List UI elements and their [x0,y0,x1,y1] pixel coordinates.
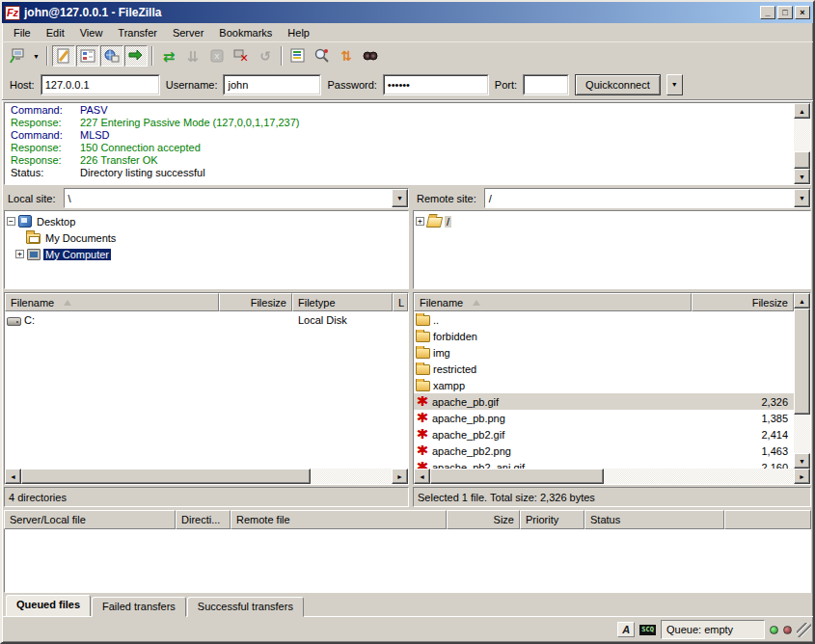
menu-transfer[interactable]: Transfer [110,25,165,40]
queue-column-remote-file[interactable]: Remote file [231,510,447,529]
remote-vertical-scrollbar[interactable]: ▲ ▼ [794,293,810,469]
scroll-down-icon[interactable]: ▼ [794,169,810,184]
menu-view[interactable]: View [72,25,111,40]
scroll-thumb[interactable] [794,151,810,169]
expand-icon[interactable]: + [15,250,24,258]
menu-file[interactable]: File [6,25,39,40]
log-scrollbar[interactable]: ▲ ▼ [794,103,810,184]
maximize-button[interactable]: □ [777,6,793,19]
remote-file-row[interactable]: .. [414,311,794,328]
minimize-button[interactable]: _ [760,6,775,19]
disconnect-icon[interactable]: ✕ [230,45,253,67]
synchronized-browsing-icon[interactable]: ⇅ [335,45,358,67]
queue-column-direction[interactable]: Directi... [176,510,231,529]
remote-file-row[interactable]: forbidden [414,328,794,344]
tab-successful-transfers[interactable]: Successful transfers [187,597,304,617]
toolbar-separator [281,46,283,66]
filezilla-window: Fz john@127.0.0.1 - FileZilla _ □ × File… [0,0,815,644]
host-input[interactable] [42,76,158,94]
toggle-transfer-queue-icon[interactable] [124,45,148,67]
chevron-down-icon[interactable]: ▼ [392,189,408,207]
quickconnect-button[interactable]: Quickconnect [575,74,661,95]
site-manager-icon[interactable] [6,45,29,67]
queue-column-server-local-file[interactable]: Server/Local file [4,510,176,529]
remote-file-row[interactable]: restricted [414,361,794,377]
speed-limit-badge-icon[interactable]: SCQ [639,625,656,635]
site-manager-dropdown-icon[interactable]: ▼ [30,45,42,67]
reconnect-icon[interactable]: ↺ [254,45,277,67]
remote-horizontal-scrollbar[interactable]: ◄ ► [414,469,810,484]
directory-filter-icon[interactable] [286,45,310,67]
queue-column-status[interactable]: Status [584,510,724,529]
toggle-local-tree-icon[interactable] [76,45,99,67]
remote-file-row[interactable]: ✱apache_pb2.png1,463 [414,443,794,459]
close-button[interactable]: × [795,6,810,19]
quickconnect-dropdown-icon[interactable]: ▼ [666,74,683,95]
port-input[interactable] [525,76,567,94]
tree-item-desktop[interactable]: − Desktop [7,213,406,229]
tree-item-my-documents[interactable]: My Documents [7,229,406,246]
process-queue-icon[interactable]: ⇊ [181,45,204,67]
menu-server[interactable]: Server [165,25,211,40]
scroll-thumb[interactable] [794,309,810,415]
menu-edit[interactable]: Edit [39,25,72,40]
menu-help[interactable]: Help [280,25,317,40]
scroll-thumb[interactable] [21,469,311,484]
chevron-down-icon[interactable]: ▼ [794,189,810,207]
file-search-icon[interactable] [311,45,334,67]
scroll-left-icon[interactable]: ◄ [414,469,430,484]
local-column-filename[interactable]: Filename [5,293,219,311]
remote-site-value[interactable]: / [485,189,794,207]
remote-status-bar: Selected 1 file. Total size: 2,326 bytes [413,487,811,507]
scroll-thumb[interactable] [430,469,604,484]
remote-file-row[interactable]: ✱apache_pb2_ani.gif2,160 [414,459,794,469]
log-label: Command: [11,104,80,117]
collapse-icon[interactable]: − [7,217,15,226]
local-column-filesize[interactable]: Filesize [219,293,292,311]
sort-ascending-icon [64,300,71,306]
toggle-message-log-icon[interactable] [52,45,75,67]
tab-failed-transfers[interactable]: Failed transfers [92,597,186,617]
username-input[interactable] [225,76,319,94]
tree-item-root[interactable]: + / [416,213,808,229]
remote-file-row[interactable]: img [414,344,794,361]
scroll-up-icon[interactable]: ▲ [794,293,810,309]
remote-column-filesize[interactable]: Filesize [692,293,794,311]
cancel-operation-icon[interactable]: x [205,45,229,67]
refresh-icon[interactable]: ⇄ [157,45,180,67]
remote-file-row[interactable]: xampp [414,377,794,393]
scroll-up-icon[interactable]: ▲ [794,103,810,119]
remote-site-combo[interactable]: / ▼ [484,188,811,208]
local-status-bar: 4 directories [4,487,409,507]
toggle-remote-tree-icon[interactable] [100,45,123,67]
local-column-filetype[interactable]: Filetype [292,293,393,311]
queue-column-size[interactable]: Size [447,510,520,529]
tree-item-my-computer[interactable]: + My Computer [7,246,406,262]
scroll-down-icon[interactable]: ▼ [794,453,810,469]
queue-column-priority[interactable]: Priority [520,510,584,529]
password-input[interactable] [385,76,487,94]
resize-grip[interactable] [797,623,811,637]
local-site-combo[interactable]: \ ▼ [64,188,409,208]
local-column-lastmodified[interactable]: L [393,293,408,311]
local-horizontal-scrollbar[interactable]: ◄ ► [5,469,408,484]
remote-file-row-selected[interactable]: ✱apache_pb.gif2,326 [414,393,794,410]
menu-bookmarks[interactable]: Bookmarks [211,25,280,40]
compare-directories-icon[interactable] [359,45,382,67]
scroll-right-icon[interactable]: ► [392,469,408,484]
remote-file-row[interactable]: ✱apache_pb2.gif2,414 [414,426,794,443]
scroll-left-icon[interactable]: ◄ [5,469,21,484]
scroll-right-icon[interactable]: ► [794,469,810,484]
activity-led-green-icon [770,626,778,634]
queue-list[interactable] [4,529,811,593]
local-site-value[interactable]: \ [65,189,392,207]
remote-file-row[interactable]: ✱apache_pb.png1,385 [414,410,794,426]
remote-pane: Remote site: / ▼ + / Filename [413,188,811,507]
ascii-transfer-type-icon[interactable]: A [617,622,635,637]
remote-column-filename[interactable]: Filename [414,293,692,311]
my-computer-icon [27,249,41,260]
tab-queued-files[interactable]: Queued files [6,595,91,616]
local-file-row[interactable]: C: Local Disk [5,311,408,328]
expand-icon[interactable]: + [416,217,424,226]
log-text: 227 Entering Passive Mode (127,0,0,1,17,… [80,117,299,129]
